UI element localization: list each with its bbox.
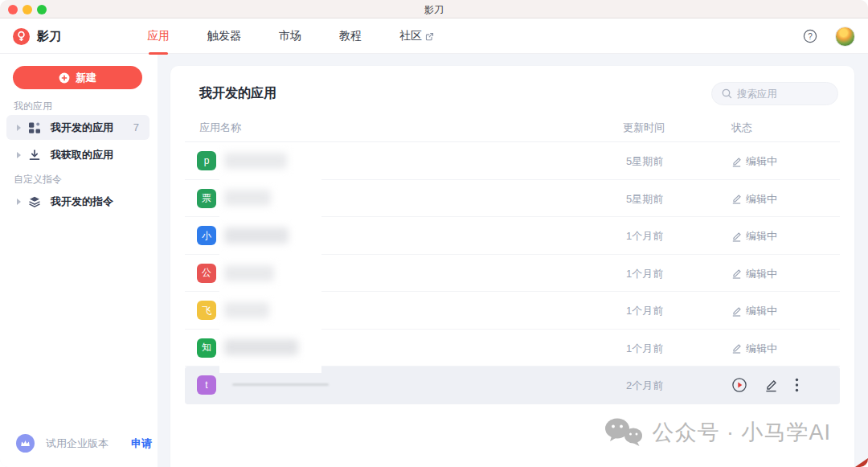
- redacted-app-name: [224, 227, 289, 244]
- app-count-badge: 7: [133, 121, 139, 133]
- sidebar-item-label: 我获取的应用: [51, 148, 113, 162]
- watermark-text: 公众号 · 小马学AI: [652, 418, 831, 447]
- row-actions: [730, 367, 800, 404]
- app-icon: 小: [197, 226, 216, 245]
- updated-time: 1个月前: [626, 342, 663, 356]
- help-icon[interactable]: ?: [803, 29, 817, 43]
- edit-status-icon: [731, 343, 742, 354]
- updated-time: 1个月前: [626, 304, 663, 318]
- caret-right-icon[interactable]: [17, 152, 21, 158]
- updated-time: 5星期前: [626, 192, 663, 207]
- page-title: 我开发的应用: [199, 85, 276, 102]
- search-input[interactable]: [737, 88, 825, 100]
- yingdao-logo-icon: [13, 28, 30, 45]
- app-window: 影刀 影刀 应用触发器市场教程社区 ? 新建: [0, 0, 868, 467]
- status-editing: 编辑中: [731, 342, 777, 356]
- main-content: 我开发的应用 应用名称 更新时间 状态 p 5星期前 编辑中 票 5星期前 编辑…: [158, 54, 868, 467]
- app-icon: p: [197, 151, 216, 170]
- redacted-app-name: [232, 383, 329, 386]
- status-editing: 编辑中: [731, 192, 777, 207]
- redacted-app-name: [224, 190, 271, 206]
- edit-status-icon: [731, 231, 742, 242]
- trial-text: 试用企业版本: [46, 436, 108, 451]
- app-icon: 公: [197, 264, 216, 283]
- layers-icon: [28, 195, 41, 208]
- sidebar: 新建 我的应用 我开发的应用 7 我获取的应: [0, 54, 158, 467]
- table-header: 应用名称 更新时间 状态: [185, 114, 840, 142]
- sidebar-item-label: 我开发的应用: [51, 121, 113, 135]
- apps-card: 我开发的应用 应用名称 更新时间 状态 p 5星期前 编辑中 票 5星期前 编辑…: [170, 66, 854, 467]
- tab-market[interactable]: 市场: [279, 18, 301, 54]
- watermark: 公众号 · 小马学AI: [604, 417, 831, 448]
- edit-button[interactable]: [763, 377, 780, 394]
- enterprise-trial-footer: 试用企业版本 申请: [16, 434, 152, 453]
- status-editing: 编辑中: [731, 304, 777, 318]
- nav-tabs: 应用触发器市场教程社区: [147, 18, 434, 54]
- user-avatar[interactable]: [835, 27, 855, 47]
- edit-status-icon: [731, 268, 742, 279]
- new-app-label: 新建: [76, 71, 96, 85]
- redacted-app-name: [224, 339, 298, 355]
- new-app-button[interactable]: 新建: [13, 66, 142, 89]
- edit-status-icon: [731, 194, 742, 204]
- tab-apps[interactable]: 应用: [147, 18, 170, 54]
- app-icon: t: [197, 375, 216, 395]
- sidebar-item-my-acquired-apps[interactable]: 我获取的应用: [6, 142, 149, 167]
- caret-right-icon[interactable]: [17, 125, 21, 131]
- section-label-my-apps: 我的应用: [14, 100, 52, 113]
- updated-time: 1个月前: [626, 229, 663, 244]
- navbar: 影刀 应用触发器市场教程社区 ?: [0, 18, 868, 54]
- app-icon: 飞: [197, 301, 216, 320]
- tab-triggers[interactable]: 触发器: [207, 18, 241, 54]
- redacted-app-name: [224, 265, 274, 281]
- sidebar-item-label: 我开发的指令: [51, 195, 113, 209]
- column-header-app-name: 应用名称: [199, 121, 241, 135]
- updated-time: 1个月前: [626, 267, 663, 281]
- updated-time: 5星期前: [626, 154, 663, 169]
- run-button[interactable]: [730, 375, 749, 395]
- corner-accent: [855, 458, 868, 467]
- external-link-icon: [425, 32, 434, 41]
- column-header-updated: 更新时间: [623, 121, 665, 135]
- brand: 影刀: [13, 18, 61, 54]
- grid-icon: [28, 121, 41, 134]
- brand-name: 影刀: [37, 29, 61, 44]
- search-icon: [722, 88, 732, 99]
- crown-icon: [16, 434, 35, 453]
- download-icon: [28, 149, 41, 162]
- svg-text:?: ?: [808, 32, 813, 41]
- nav-right: ?: [803, 18, 855, 54]
- app-icon: 票: [197, 189, 216, 208]
- tab-community[interactable]: 社区: [399, 18, 434, 54]
- status-editing: 编辑中: [731, 229, 777, 244]
- wechat-icon: [604, 417, 644, 448]
- redacted-app-name: [224, 302, 269, 318]
- sidebar-item-my-developed-apps[interactable]: 我开发的应用 7: [6, 115, 149, 140]
- more-options-button[interactable]: [793, 376, 800, 394]
- sidebar-item-my-developed-commands[interactable]: 我开发的指令: [6, 189, 149, 214]
- edit-status-icon: [731, 306, 742, 317]
- app-icon: 知: [197, 338, 216, 358]
- section-label-custom-commands: 自定义指令: [14, 173, 62, 186]
- plus-circle-icon: [59, 72, 70, 84]
- tab-tutorial[interactable]: 教程: [339, 18, 362, 54]
- titlebar: 影刀: [0, 0, 868, 18]
- status-editing: 编辑中: [731, 154, 777, 169]
- caret-right-icon[interactable]: [17, 199, 21, 205]
- column-header-status: 状态: [731, 121, 752, 135]
- edit-status-icon: [731, 157, 742, 167]
- search-box[interactable]: [711, 82, 838, 105]
- status-editing: 编辑中: [731, 267, 777, 281]
- redacted-app-names-overlay: [219, 143, 321, 373]
- redacted-app-name: [224, 153, 287, 169]
- window-title: 影刀: [0, 3, 868, 17]
- apply-link[interactable]: 申请: [131, 436, 152, 451]
- updated-time: 2个月前: [626, 379, 663, 393]
